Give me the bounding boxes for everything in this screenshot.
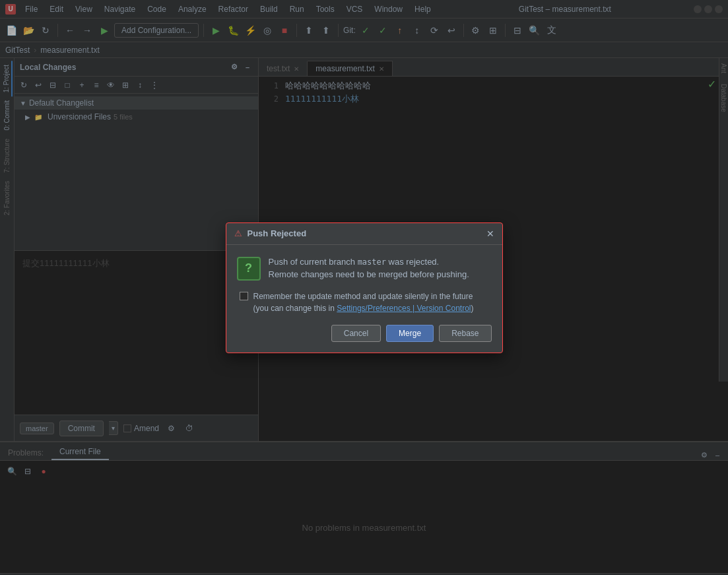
dialog-message-block: Push of current branch master was reject… xyxy=(269,255,469,281)
dialog-message-line2: Remote changes need to be merged before … xyxy=(269,268,469,281)
merge-button[interactable]: Merge xyxy=(386,325,434,342)
settings-link[interactable]: Settings/Preferences | Version Control xyxy=(337,304,471,313)
dialog-warning-icon: ⚠ xyxy=(234,228,242,238)
dialog-buttons: Cancel Merge Rebase xyxy=(237,325,492,342)
branch-code: master xyxy=(358,257,386,267)
dialog-title-label: Push Rejected xyxy=(248,228,481,238)
dialog-titlebar: ⚠ Push Rejected ✕ xyxy=(226,223,502,245)
dialog-overlay: ⚠ Push Rejected ✕ ? Push of current bran… xyxy=(0,0,728,575)
msg-prefix: Push of current branch xyxy=(269,257,358,267)
checkbox-label-line1: Remember the update method and update si… xyxy=(253,290,474,302)
cancel-button[interactable]: Cancel xyxy=(331,325,381,342)
rebase-button[interactable]: Rebase xyxy=(439,325,491,342)
dialog-checkbox-row: Remember the update method and update si… xyxy=(237,290,492,314)
dialog-content-row: ? Push of current branch master was reje… xyxy=(237,255,492,281)
push-rejected-dialog: ⚠ Push Rejected ✕ ? Push of current bran… xyxy=(226,222,503,353)
msg-suffix: was rejected. xyxy=(386,257,439,267)
checkbox-label-line2: (you can change this in Settings/Prefere… xyxy=(253,302,474,314)
checkbox-label: Remember the update method and update si… xyxy=(253,290,474,314)
dialog-close-btn[interactable]: ✕ xyxy=(486,228,494,239)
dialog-question-icon: ? xyxy=(237,257,261,281)
remember-update-checkbox[interactable] xyxy=(240,292,248,300)
dialog-message-line1: Push of current branch master was reject… xyxy=(269,255,469,269)
dialog-body: ? Push of current branch master was reje… xyxy=(226,245,502,353)
